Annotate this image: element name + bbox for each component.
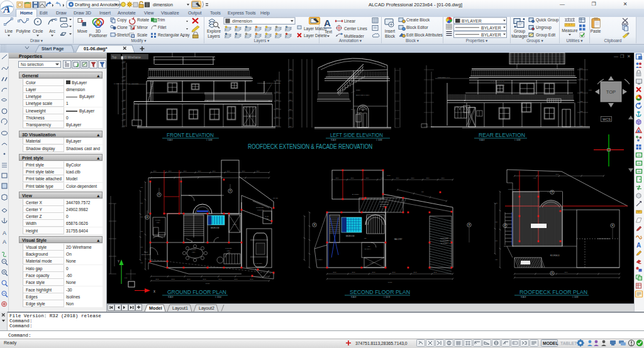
svg-text:4410: 4410: [533, 177, 537, 178]
svg-text:1340: 1340: [227, 170, 231, 171]
svg-text:T & B: T & B: [233, 224, 236, 226]
svg-text:OPENING: OPENING: [498, 84, 504, 85]
svg-text:1340: 1340: [198, 170, 202, 171]
svg-text:Clone: Clone: [117, 25, 128, 30]
svg-text:1340: 1340: [396, 177, 400, 178]
svg-text:A: A: [3, 239, 6, 245]
svg-text:A: A: [314, 224, 315, 226]
svg-text:EXTENSION: EXTENSION: [440, 240, 449, 241]
svg-text:Block Editor: Block Editor: [406, 25, 429, 30]
svg-text:SCALE: SCALE: [167, 139, 173, 141]
svg-text:A: A: [504, 224, 506, 227]
svg-text:B: B: [158, 193, 160, 196]
svg-text:WASH: WASH: [265, 215, 269, 217]
svg-text:Linear: Linear: [344, 19, 356, 23]
svg-text:1340: 1340: [366, 177, 370, 178]
svg-text:Center Lines: Center Lines: [344, 26, 368, 31]
svg-text:BRICK: BRICK: [357, 112, 362, 113]
svg-text:TOP: TOP: [606, 89, 616, 95]
svg-text:Measure: Measure: [562, 28, 578, 33]
svg-text:1340: 1340: [153, 170, 157, 171]
svg-text:1340: 1340: [169, 170, 172, 171]
svg-text:OUTDOOR: OUTDOOR: [256, 207, 264, 209]
svg-text:MODEL: MODEL: [543, 341, 558, 345]
svg-text:ROOFDECK: ROOFDECK: [550, 254, 560, 257]
svg-text:T & B: T & B: [370, 262, 374, 263]
svg-text:Line: Line: [5, 29, 13, 33]
svg-text:LEFT SIDE ELEVATION: LEFT SIDE ELEVATION: [330, 131, 383, 138]
svg-text:BEDROOM: BEDROOM: [211, 227, 219, 229]
svg-text:1: 100M: 1: 100M: [572, 296, 578, 298]
svg-text:REAR ELEVATION: REAR ELEVATION: [479, 131, 525, 138]
svg-text:1340: 1340: [441, 177, 445, 178]
svg-text:Top: Top: [112, 56, 117, 59]
svg-text:A: A: [612, 224, 613, 227]
svg-text:SCALE: SCALE: [331, 139, 336, 141]
svg-text:BALLWAY: BALLWAY: [365, 248, 371, 249]
svg-text:Command:: Command:: [9, 324, 32, 329]
svg-text:SCALE: SCALE: [479, 139, 485, 141]
svg-text:B: B: [230, 190, 231, 192]
svg-text:FRONT ELEVATION: FRONT ELEVATION: [167, 131, 214, 138]
svg-text:1: 100M: 1: 100M: [376, 139, 382, 141]
svg-text:A: A: [324, 18, 331, 28]
svg-text:1340: 1340: [426, 177, 430, 178]
svg-text:3D: 3D: [96, 29, 101, 33]
svg-text:A: A: [636, 242, 641, 249]
svg-text:1340: 1340: [242, 170, 246, 171]
svg-text:Group Edit: Group Edit: [536, 33, 555, 38]
svg-text:Block: Block: [385, 34, 396, 38]
svg-text:AREA: AREA: [156, 222, 160, 224]
svg-text:6546: 6546: [565, 271, 569, 273]
svg-text:Mirror: Mirror: [137, 25, 148, 30]
svg-text:Layer Match: Layer Match: [304, 26, 326, 31]
svg-text:2745: 2745: [372, 271, 376, 273]
svg-text:BALCONY: BALCONY: [394, 238, 402, 241]
svg-text:SCALE: SCALE: [351, 296, 357, 298]
svg-text:14010: 14010: [206, 283, 210, 285]
svg-text:SCALE: SCALE: [168, 296, 174, 298]
svg-text:Stretch: Stretch: [117, 33, 130, 37]
svg-text:CONCRETE WOOD BALUSTERS: CONCRETE WOOD BALUSTERS: [257, 82, 280, 84]
svg-text:B: B: [552, 191, 553, 193]
svg-text:Copy: Copy: [117, 18, 127, 23]
svg-text:1: 100M: 1: 100M: [206, 139, 212, 141]
svg-text:MAIN 2nd FLR WALL: MAIN 2nd FLR WALL: [491, 80, 505, 82]
svg-text:Y: Y: [118, 260, 119, 263]
svg-text:AREA: AREA: [226, 250, 231, 252]
svg-text:✕: ✕: [627, 54, 631, 58]
svg-text:GRAND: GRAND: [273, 197, 278, 198]
svg-text:ENTRANCE: ENTRANCE: [142, 254, 150, 256]
svg-text:CANOPY: CANOPY: [317, 259, 323, 260]
svg-text:SCALE: SCALE: [521, 296, 526, 298]
svg-text:BYLAYER: BYLAYER: [462, 19, 482, 23]
svg-text:2745: 2745: [434, 271, 438, 273]
svg-text:Polyline: Polyline: [16, 29, 31, 34]
svg-text:B: B: [552, 272, 553, 275]
svg-text:1340: 1340: [381, 177, 385, 178]
svg-text:1340: 1340: [351, 177, 355, 178]
svg-text:AREA: AREA: [265, 218, 269, 219]
svg-text:Quick Group: Quick Group: [536, 18, 559, 23]
svg-text:2745: 2745: [187, 278, 191, 280]
svg-text:WCS: WCS: [602, 117, 611, 121]
svg-text:LIN: LIN: [364, 237, 367, 239]
svg-text:BYLAYER: BYLAYER: [481, 26, 501, 30]
svg-text:Manager: Manager: [511, 34, 528, 39]
svg-text:Command:: Command:: [9, 318, 32, 324]
svg-text:KITCHEN: KITCHEN: [257, 209, 264, 211]
svg-text:Positioner: Positioner: [89, 33, 108, 38]
svg-text:2D Wireframe: 2D Wireframe: [123, 56, 141, 59]
svg-text:2745: 2745: [250, 278, 254, 280]
svg-text:1: 100 M: 1: 100 M: [384, 296, 390, 298]
svg-text:Paste: Paste: [591, 29, 601, 33]
svg-text:2745: 2745: [156, 278, 160, 280]
svg-text:Edit Block Attributes: Edit Block Attributes: [406, 33, 443, 37]
svg-text:7940: 7940: [387, 175, 391, 177]
svg-text:1340: 1340: [257, 170, 260, 171]
svg-text:X: X: [153, 290, 155, 293]
svg-text:Drafting and Annotation: Drafting and Annotation: [75, 3, 121, 8]
svg-text:ROOFDECK F.F.L.: ROOFDECK F.F.L.: [438, 77, 450, 79]
svg-text:PROPOSED: PROPOSED: [440, 237, 448, 239]
svg-text:Text: Text: [325, 30, 332, 34]
